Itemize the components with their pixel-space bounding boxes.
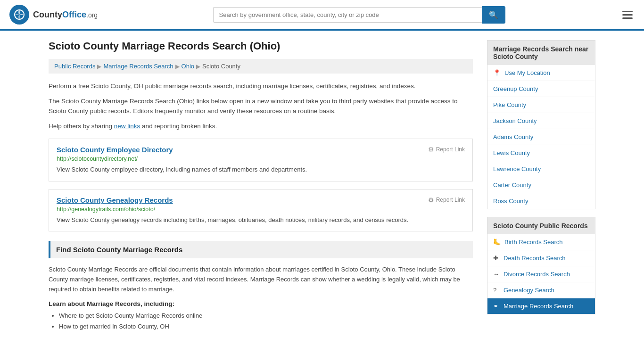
bullet-list: Where to get Scioto County Marriage Reco…: [49, 311, 473, 331]
report-link-1[interactable]: ⚙ Report Link: [428, 146, 465, 153]
carter-county-link[interactable]: Carter County: [493, 181, 531, 189]
sidebar-item-carter[interactable]: Carter County: [487, 177, 595, 193]
desc-text-3: Help others by sharing new links and rep…: [49, 121, 473, 132]
genealogy-search-link[interactable]: Genealogy Search: [504, 287, 554, 294]
jackson-county-link[interactable]: Jackson County: [493, 117, 537, 124]
page-title: Scioto County Marriage Records Search (O…: [49, 40, 473, 52]
report-icon-1: ⚙: [428, 146, 434, 153]
logo-icon: [9, 5, 29, 25]
learn-title: Learn about Marriage Records, including:: [49, 300, 473, 307]
sidebar-item-lawrence[interactable]: Lawrence County: [487, 161, 595, 177]
desc-text-2: The Scioto County Marriage Records Searc…: [49, 96, 473, 116]
sidebar-item-lewis[interactable]: Lewis County: [487, 145, 595, 161]
bullet-item-1: Where to get Scioto County Marriage Reco…: [59, 311, 473, 321]
divorce-records-link[interactable]: Divorce Records Search: [504, 271, 570, 278]
sidebar-item-adams[interactable]: Adams County: [487, 129, 595, 145]
result-block-1: Scioto County Employee Directory ⚙ Repor…: [49, 139, 473, 181]
adams-county-link[interactable]: Adams County: [493, 133, 533, 140]
search-input[interactable]: [213, 7, 482, 23]
result-block-2: Scioto County Genealogy Records ⚙ Report…: [49, 189, 473, 232]
ross-county-link[interactable]: Ross County: [493, 197, 528, 205]
breadcrumb-sep-3: ▶: [196, 63, 200, 70]
birth-records-link[interactable]: Birth Records Search: [504, 239, 563, 246]
nearby-section: Marriage Records Search near Scioto Coun…: [487, 40, 595, 209]
result-title-1[interactable]: Scioto County Employee Directory: [57, 146, 173, 154]
sidebar-item-location[interactable]: 📍 Use My Location: [487, 65, 595, 81]
use-my-location-link[interactable]: Use My Location: [504, 69, 550, 76]
result-url-2[interactable]: http://genealogytrails.com/ohio/scioto/: [57, 206, 465, 213]
main-container: Scioto County Marriage Records Search (O…: [39, 31, 605, 343]
breadcrumb: Public Records ▶ Marriage Records Search…: [49, 59, 473, 74]
breadcrumb-ohio[interactable]: Ohio: [182, 63, 194, 70]
greenup-county-link[interactable]: Greenup County: [493, 85, 538, 92]
result-desc-1: View Scioto County employee directory, i…: [57, 165, 465, 174]
breadcrumb-public-records[interactable]: Public Records: [54, 63, 95, 70]
logo-area: CountyOffice.org: [9, 5, 98, 25]
search-bar: 🔍: [213, 6, 505, 24]
desc-text-3-prefix: Help others by sharing: [49, 123, 114, 130]
content-area: Scioto County Marriage Records Search (O…: [49, 40, 473, 333]
location-icon: 📍: [493, 69, 501, 76]
sidebar-item-pike[interactable]: Pike County: [487, 97, 595, 113]
sidebar: Marriage Records Search near Scioto Coun…: [487, 40, 595, 333]
death-records-link[interactable]: Death Records Search: [504, 255, 566, 262]
logo-text: CountyOffice.org: [33, 10, 98, 20]
sidebar-item-divorce[interactable]: ↔ Divorce Records Search: [487, 266, 595, 282]
desc-text-1: Perform a free Scioto County, OH public …: [49, 81, 473, 91]
divorce-icon: ↔: [493, 271, 500, 278]
search-button[interactable]: 🔍: [482, 6, 505, 24]
breadcrumb-current: Scioto County: [202, 63, 240, 70]
result-title-2[interactable]: Scioto County Genealogy Records: [57, 196, 173, 204]
new-links-link[interactable]: new links: [114, 123, 140, 130]
breadcrumb-marriage-records[interactable]: Marriage Records Search: [103, 63, 173, 70]
desc-text-3-suffix: and reporting broken links.: [140, 123, 217, 130]
sidebar-item-marriage[interactable]: ⚭ Marriage Records Search: [487, 298, 595, 314]
pike-county-link[interactable]: Pike County: [493, 101, 526, 108]
site-header: CountyOffice.org 🔍: [0, 0, 644, 31]
result-header-2: Scioto County Genealogy Records ⚙ Report…: [57, 196, 465, 204]
report-icon-2: ⚙: [428, 196, 434, 204]
breadcrumb-sep-2: ▶: [175, 63, 180, 70]
find-section-body: Scioto County Marriage Records are offic…: [49, 265, 473, 294]
sidebar-item-birth[interactable]: 🦶 Birth Records Search: [487, 234, 595, 250]
menu-button[interactable]: [620, 9, 635, 21]
marriage-icon: ⚭: [493, 303, 500, 310]
public-section-title: Scioto County Public Records: [487, 217, 595, 234]
report-label-1: Report Link: [436, 146, 465, 153]
death-icon: ✚: [493, 255, 500, 262]
sidebar-item-ross[interactable]: Ross County: [487, 193, 595, 209]
public-records-section: Scioto County Public Records 🦶 Birth Rec…: [487, 217, 595, 314]
report-link-2[interactable]: ⚙ Report Link: [428, 196, 465, 204]
marriage-records-link[interactable]: Marriage Records Search: [504, 303, 573, 310]
report-label-2: Report Link: [436, 197, 465, 203]
sidebar-item-jackson[interactable]: Jackson County: [487, 113, 595, 129]
search-icon: 🔍: [489, 11, 498, 19]
breadcrumb-sep-1: ▶: [97, 63, 101, 70]
result-url-1[interactable]: http://sciotocountydirectory.net/: [57, 156, 465, 162]
bullet-item-2: How to get married in Scioto County, OH: [59, 322, 473, 331]
sidebar-item-greenup[interactable]: Greenup County: [487, 81, 595, 97]
lawrence-county-link[interactable]: Lawrence County: [493, 165, 541, 173]
result-desc-2: View Scioto County genealogy records inc…: [57, 215, 465, 225]
birth-icon: 🦶: [493, 239, 501, 246]
sidebar-item-death[interactable]: ✚ Death Records Search: [487, 250, 595, 266]
sidebar-item-genealogy[interactable]: ? Genealogy Search: [487, 282, 595, 298]
result-header-1: Scioto County Employee Directory ⚙ Repor…: [57, 146, 465, 154]
lewis-county-link[interactable]: Lewis County: [493, 149, 530, 156]
nearby-section-title: Marriage Records Search near Scioto Coun…: [487, 41, 595, 65]
genealogy-icon: ?: [493, 287, 500, 294]
find-section-heading: Find Scioto County Marriage Records: [49, 241, 473, 258]
